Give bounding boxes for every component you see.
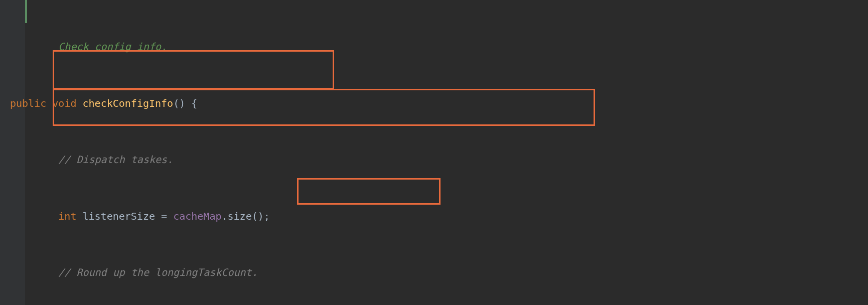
comment: // Dispatch taskes. <box>58 154 173 166</box>
code-line: int listenerSize = cacheMap.size(); <box>10 207 590 226</box>
keyword-int: int <box>58 210 76 222</box>
code-line: Check config info. <box>10 38 590 57</box>
call-size: size <box>228 210 252 222</box>
code-area[interactable]: Check config info. public void checkConf… <box>10 0 590 305</box>
code-line: public void checkConfigInfo() { <box>10 94 590 113</box>
code-line: // Dispatch taskes. <box>10 150 590 170</box>
keyword-void: void <box>52 97 76 109</box>
doc-comment: Check config info. <box>58 41 167 53</box>
code-editor[interactable]: Check config info. public void checkConf… <box>0 0 868 305</box>
keyword-public: public <box>10 97 46 109</box>
field-cacheMap: cacheMap <box>173 210 221 222</box>
method-name: checkConfigInfo <box>83 97 174 109</box>
code-line: // Round up the longingTaskCount. <box>10 263 590 282</box>
comment: // Round up the longingTaskCount. <box>58 266 257 278</box>
var-listenerSize: listenerSize <box>83 210 156 222</box>
